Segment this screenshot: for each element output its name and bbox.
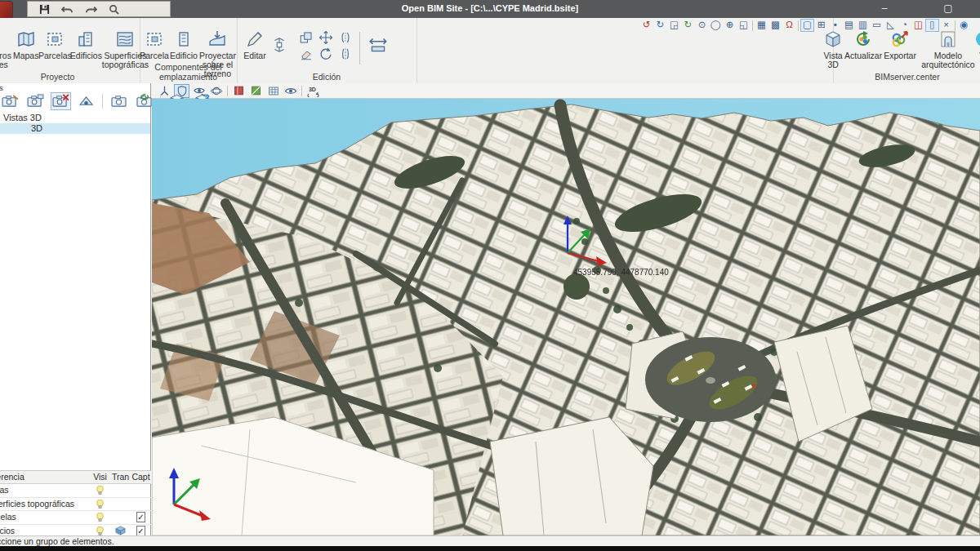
modelo-arquitectonico-button[interactable]: Modelo arquitectónico bbox=[923, 29, 973, 69]
rotate-icon[interactable] bbox=[317, 47, 335, 61]
orbit-icon[interactable]: ↻ bbox=[653, 19, 667, 32]
editar-button[interactable]: Editar bbox=[243, 29, 267, 60]
bulb-icon[interactable] bbox=[90, 511, 110, 523]
snap-magnet-icon[interactable]: Ω bbox=[782, 19, 796, 32]
search-icon[interactable] bbox=[109, 4, 119, 15]
arch-model-icon bbox=[938, 29, 958, 50]
window-title: Open BIM Site - [C:\...\CYPE Madrid.bsit… bbox=[245, 3, 735, 13]
viewport-toolbar: 3D bbox=[151, 83, 980, 99]
snapshot-icon[interactable] bbox=[109, 92, 129, 110]
ribbon-group-componentes: Parcela Edificio Proyectar sobre el terr… bbox=[140, 18, 238, 83]
parcela-button[interactable]: Parcela bbox=[140, 29, 168, 60]
textures-icon[interactable]: ▩ bbox=[768, 19, 782, 32]
application-window: Open BIM Site - [C:\...\CYPE Madrid.bsit… bbox=[0, 0, 980, 551]
new-view-icon[interactable] bbox=[0, 92, 20, 110]
sync-icon bbox=[853, 29, 873, 50]
tree-root-vistas-3d[interactable]: Vistas 3D bbox=[0, 113, 150, 123]
toolbar-divider bbox=[752, 20, 753, 31]
mirror-vertical-icon[interactable] bbox=[336, 30, 354, 45]
parcelas-button[interactable]: Parcelas bbox=[40, 29, 69, 60]
edificios-button[interactable]: Edificios bbox=[71, 29, 100, 60]
group-label: BIMserver.center bbox=[834, 72, 980, 82]
copy-icon[interactable] bbox=[297, 30, 315, 45]
col-capt: Capt bbox=[131, 471, 151, 483]
layers-table: Referencia Visi Tran Capt Mapas Superfic… bbox=[0, 470, 151, 538]
pan-icon[interactable]: ⊕ bbox=[723, 19, 737, 32]
green-grid-icon[interactable] bbox=[248, 84, 264, 98]
edit-nodes-button[interactable] bbox=[269, 29, 290, 55]
previous-view-icon[interactable]: ◱ bbox=[737, 19, 751, 32]
capture-checkbox[interactable]: ✓ bbox=[131, 511, 151, 523]
cube-icon bbox=[823, 29, 843, 50]
eye-icon[interactable] bbox=[283, 84, 298, 98]
app-icon[interactable] bbox=[0, 1, 13, 19]
ribbon-group-edicion: Editar bbox=[237, 18, 417, 83]
edificio-button[interactable]: Edificio bbox=[170, 29, 198, 60]
exportar-button[interactable]: Exportar bbox=[884, 29, 916, 60]
group-label: Proyecto bbox=[0, 72, 140, 82]
building-icon bbox=[174, 29, 194, 50]
minimize-button[interactable]: – bbox=[877, 2, 892, 15]
group-label: Componentes del emplazamiento bbox=[140, 62, 237, 82]
quick-access-toolbar bbox=[27, 1, 171, 17]
grid-icon[interactable] bbox=[265, 84, 281, 98]
sphere-view-icon[interactable]: ◯ bbox=[709, 19, 723, 32]
bottom-black-strip bbox=[0, 546, 980, 551]
layers-table-header: Referencia Visi Tran Capt bbox=[0, 470, 151, 484]
export-icon bbox=[890, 29, 910, 50]
zoom-window-icon[interactable]: ◲ bbox=[667, 19, 681, 32]
mapas-button[interactable]: Mapas bbox=[13, 29, 39, 60]
save-icon[interactable] bbox=[39, 4, 50, 15]
bulb-icon[interactable] bbox=[90, 498, 110, 510]
layer-row-parcelas[interactable]: Parcelas ✓ bbox=[0, 511, 151, 525]
frame-icon[interactable]: ▢ bbox=[800, 19, 814, 32]
toolbar-divider bbox=[227, 86, 228, 96]
cursor-coordinates: 453955.790, 4478770.140 bbox=[573, 268, 669, 277]
measure-button[interactable] bbox=[366, 29, 390, 56]
undo-icon[interactable] bbox=[61, 4, 74, 15]
map-icon bbox=[16, 29, 36, 50]
svg-text:3D: 3D bbox=[309, 86, 316, 91]
group-label: Edición bbox=[237, 72, 416, 82]
orbit-left-icon[interactable]: ↺ bbox=[639, 19, 653, 32]
city-scene: 453955.790, 4478770.140 bbox=[152, 99, 980, 535]
roundabout bbox=[645, 337, 776, 422]
pencil-icon bbox=[245, 29, 265, 50]
project-terrain-icon bbox=[207, 29, 227, 50]
actualizar-button[interactable]: Actualizar bbox=[844, 29, 882, 60]
zoom-icon[interactable]: ⊙ bbox=[695, 19, 709, 32]
title-bar: Open BIM Site - [C:\...\CYPE Madrid.bsit… bbox=[0, 0, 980, 18]
parcel-icon bbox=[145, 29, 164, 50]
layer-row-superficies[interactable]: Superficies topográficas bbox=[0, 498, 151, 512]
toolbar-divider bbox=[301, 86, 302, 96]
bulb-icon[interactable] bbox=[90, 484, 110, 496]
maximize-button[interactable]: ▢ bbox=[941, 2, 956, 15]
viewport-canvas[interactable]: 453955.790, 4478770.140 bbox=[152, 99, 980, 535]
mirror-horizontal-icon[interactable] bbox=[336, 47, 354, 61]
views-tree: Vistas 3D 3D bbox=[0, 113, 150, 134]
parcel-icon bbox=[45, 29, 65, 50]
layer-row-mapas[interactable]: Mapas bbox=[0, 484, 151, 498]
ribbon-group-proyecto: Parámetros generales Mapas Parcelas Edif… bbox=[0, 18, 140, 83]
refresh-view-icon[interactable]: ↻ bbox=[681, 19, 695, 32]
edit-tools-grid bbox=[297, 30, 354, 61]
group-inner-divider bbox=[359, 32, 360, 64]
rotate-3d-icon[interactable]: 3D bbox=[305, 84, 321, 98]
render-mode-icon[interactable]: ▦ bbox=[755, 19, 768, 32]
erase-icon[interactable] bbox=[297, 47, 315, 61]
partial-button[interactable]: Vi bbox=[975, 29, 980, 60]
duplicate-view-icon[interactable] bbox=[25, 92, 46, 110]
col-tran: Tran bbox=[110, 471, 131, 483]
vista-3d-button[interactable]: Vista 3D bbox=[823, 29, 843, 69]
parametros-generales-button[interactable]: Parámetros generales bbox=[0, 29, 11, 69]
red-panel-icon[interactable] bbox=[231, 84, 247, 98]
ribbon-group-bimserver: Vista 3D Actualizar Exportar Modelo arqu… bbox=[833, 18, 980, 83]
move-icon[interactable] bbox=[317, 30, 335, 45]
redo-icon[interactable] bbox=[85, 4, 97, 15]
tree-item-3d[interactable]: 3D bbox=[0, 123, 150, 134]
section-visibility-icon[interactable] bbox=[76, 92, 96, 110]
toolbar-divider bbox=[102, 94, 103, 109]
toolbar-divider bbox=[798, 20, 799, 31]
delete-view-icon[interactable] bbox=[51, 92, 71, 110]
col-visi: Visi bbox=[90, 471, 110, 483]
